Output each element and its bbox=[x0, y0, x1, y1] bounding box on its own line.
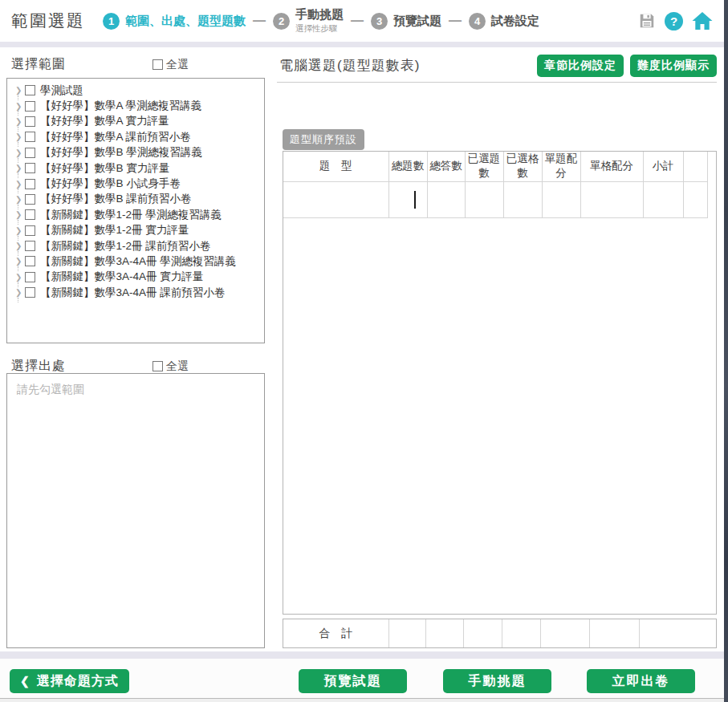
step-2-label: 手動挑題 bbox=[295, 7, 344, 22]
item-label: 學測試題 bbox=[40, 83, 83, 98]
tree-item[interactable]: ❯ 【好好學】數學B 實力評量 bbox=[7, 160, 264, 176]
tree-item[interactable]: ❯ 【好好學】數學B 小試身手卷 bbox=[7, 176, 264, 191]
tree-item[interactable]: ❯ 【好好學】數學B 課前預習小卷 bbox=[7, 192, 264, 207]
step-nav: 1 範圍、出處、題型題數 — 2 手動挑題 選擇性步驟 — 3 預覽試題 — 4… bbox=[103, 7, 539, 34]
item-label: 【新關鍵】數學1-2冊 學測總複習講義 bbox=[40, 208, 222, 222]
source-select-all-checkbox[interactable] bbox=[153, 361, 163, 371]
expand-chevron-icon[interactable]: ❯ bbox=[15, 148, 25, 157]
range-list-panel: ❯ 學測試題 ❯ 【好好學】數學A 學測總複習講義 ❯ 【好好學】數學A 實力評… bbox=[6, 78, 265, 343]
item-checkbox[interactable] bbox=[25, 256, 35, 266]
step-4-number: 4 bbox=[469, 13, 486, 30]
expand-chevron-icon[interactable]: ❯ bbox=[15, 273, 25, 282]
item-checkbox[interactable] bbox=[25, 85, 35, 95]
data-cell-subtotal[interactable] bbox=[643, 181, 683, 217]
item-checkbox[interactable] bbox=[25, 179, 35, 189]
step-3-label: 預覽試題 bbox=[393, 14, 441, 29]
expand-chevron-icon[interactable]: ❯ bbox=[15, 226, 25, 235]
expand-chevron-icon[interactable]: ❯ bbox=[15, 132, 25, 141]
difficulty-ratio-button[interactable]: 難度比例顯示 bbox=[630, 55, 717, 77]
item-label: 【好好學】數學B 實力評量 bbox=[40, 161, 169, 176]
tree-item[interactable]: ❯ 【好好學】數學B 學測總複習講義 bbox=[7, 145, 264, 160]
data-cell-selected-blanks[interactable] bbox=[503, 181, 542, 217]
expand-chevron-icon[interactable]: ❯ bbox=[15, 288, 25, 297]
item-checkbox[interactable] bbox=[25, 163, 35, 173]
step-2-manual-pick[interactable]: 2 手動挑題 選擇性步驟 bbox=[273, 7, 344, 34]
total-cell bbox=[639, 619, 716, 647]
range-select-all[interactable]: 全選 bbox=[153, 58, 189, 72]
table-data-row bbox=[283, 181, 707, 217]
step-1-number: 1 bbox=[103, 13, 120, 30]
data-cell-total-questions[interactable] bbox=[388, 181, 427, 217]
item-checkbox[interactable] bbox=[25, 194, 35, 205]
table-header-cell: 單格配分 bbox=[580, 152, 643, 181]
tree-item[interactable]: ❯ 【好好學】數學A 學測總複習講義 bbox=[7, 98, 264, 113]
table-header-cell: 總答數 bbox=[427, 152, 465, 181]
data-cell-points-per-question[interactable] bbox=[542, 181, 580, 217]
step-1-range[interactable]: 1 範圍、出處、題型題數 bbox=[103, 13, 246, 30]
manual-pick-button[interactable]: 手動挑題 bbox=[443, 669, 551, 693]
item-label: 【好好學】數學A 課前預習小卷 bbox=[40, 130, 191, 144]
tree-item[interactable]: ❯ 學測試題 bbox=[7, 83, 264, 98]
home-icon[interactable] bbox=[692, 11, 713, 30]
range-section-header: 選擇範圍 全選 bbox=[11, 56, 265, 73]
tree-item[interactable]: ❯ 【好好學】數學A 實力評量 bbox=[7, 114, 264, 129]
bottom-action-bar: ❮ 選擇命題方式 預覽試題 手動挑題 立即出卷 bbox=[0, 659, 724, 699]
item-checkbox[interactable] bbox=[25, 101, 35, 112]
item-checkbox[interactable] bbox=[25, 132, 35, 142]
total-cell bbox=[425, 619, 463, 647]
expand-chevron-icon[interactable]: ❯ bbox=[15, 117, 25, 126]
tree-item[interactable]: ❯ 【新關鍵】數學1-2冊 課前預習小卷 bbox=[7, 238, 264, 254]
exam-builder-page: 範圍選題 1 範圍、出處、題型題數 — 2 手動挑題 選擇性步驟 — 3 預覽試… bbox=[0, 0, 728, 702]
data-cell-total-answers[interactable] bbox=[427, 181, 465, 217]
back-button-label: 選擇命題方式 bbox=[37, 673, 119, 690]
total-cell bbox=[502, 619, 540, 647]
create-exam-button[interactable]: 立即出卷 bbox=[587, 669, 695, 693]
tree-item[interactable]: ❯ 【新關鍵】數學1-2冊 實力評量 bbox=[7, 223, 264, 238]
step-1-label: 範圍、出處、題型題數 bbox=[125, 14, 246, 29]
item-checkbox[interactable] bbox=[25, 209, 35, 220]
item-label: 【新關鍵】數學3A-4A冊 實力評量 bbox=[40, 270, 203, 284]
data-cell-extra bbox=[683, 181, 707, 217]
item-checkbox[interactable] bbox=[25, 241, 35, 251]
item-checkbox[interactable] bbox=[25, 225, 35, 236]
question-type-order-preset-button[interactable]: 題型順序預設 bbox=[283, 129, 364, 150]
bottom-edge bbox=[0, 699, 724, 702]
expand-chevron-icon[interactable]: ❯ bbox=[15, 102, 25, 111]
data-cell-question-type[interactable] bbox=[283, 181, 388, 217]
step-2-subtitle: 選擇性步驟 bbox=[295, 23, 344, 34]
step-4-paper-settings[interactable]: 4 試卷設定 bbox=[469, 13, 539, 30]
source-select-all[interactable]: 全選 bbox=[153, 359, 189, 374]
item-checkbox[interactable] bbox=[25, 287, 35, 298]
item-checkbox[interactable] bbox=[25, 272, 35, 282]
expand-chevron-icon[interactable]: ❯ bbox=[15, 180, 25, 189]
tree-item[interactable]: ❯ 【新關鍵】數學3A-4A冊 課前預習小卷 bbox=[7, 285, 264, 300]
step-3-number: 3 bbox=[371, 13, 388, 30]
expand-chevron-icon[interactable]: ❯ bbox=[15, 164, 25, 172]
tree-item[interactable]: ❯ 【好好學】數學A 課前預習小卷 bbox=[7, 129, 264, 144]
help-glyph: ? bbox=[670, 14, 677, 28]
tree-item[interactable]: ❯ 【新關鍵】數學1-2冊 學測總複習講義 bbox=[7, 207, 264, 222]
range-heading: 選擇範圍 bbox=[11, 56, 66, 73]
item-checkbox[interactable] bbox=[25, 148, 35, 158]
item-checkbox[interactable] bbox=[25, 116, 35, 127]
save-icon[interactable] bbox=[638, 12, 656, 30]
data-cell-points-per-blank[interactable] bbox=[580, 181, 643, 217]
total-cell bbox=[463, 619, 502, 647]
table-header-row: 題 型總題數總答數已選題數已選格數單題配分單格配分小計 bbox=[283, 152, 707, 181]
help-icon[interactable]: ? bbox=[665, 12, 683, 30]
range-select-all-checkbox[interactable] bbox=[153, 59, 163, 70]
preview-questions-button[interactable]: 預覽試題 bbox=[299, 669, 407, 693]
expand-chevron-icon[interactable]: ❯ bbox=[15, 210, 25, 219]
tree-item[interactable]: ❯ 【新關鍵】數學3A-4A冊 學測總複習講義 bbox=[7, 254, 264, 269]
expand-chevron-icon[interactable]: ❯ bbox=[15, 257, 25, 266]
expand-chevron-icon[interactable]: ❯ bbox=[15, 195, 25, 204]
total-label-cell: 合 計 bbox=[283, 619, 388, 647]
data-cell-selected-questions[interactable] bbox=[465, 181, 503, 217]
chapter-ratio-button[interactable]: 章節比例設定 bbox=[537, 55, 624, 77]
source-list-panel: 請先勾選範圍 bbox=[6, 373, 265, 648]
step-3-preview[interactable]: 3 預覽試題 bbox=[371, 13, 441, 30]
expand-chevron-icon[interactable]: ❯ bbox=[15, 86, 25, 95]
expand-chevron-icon[interactable]: ❯ bbox=[15, 241, 25, 250]
tree-item[interactable]: ❯ 【新關鍵】數學3A-4A冊 實力評量 bbox=[7, 270, 264, 285]
back-to-method-button[interactable]: ❮ 選擇命題方式 bbox=[10, 669, 129, 693]
